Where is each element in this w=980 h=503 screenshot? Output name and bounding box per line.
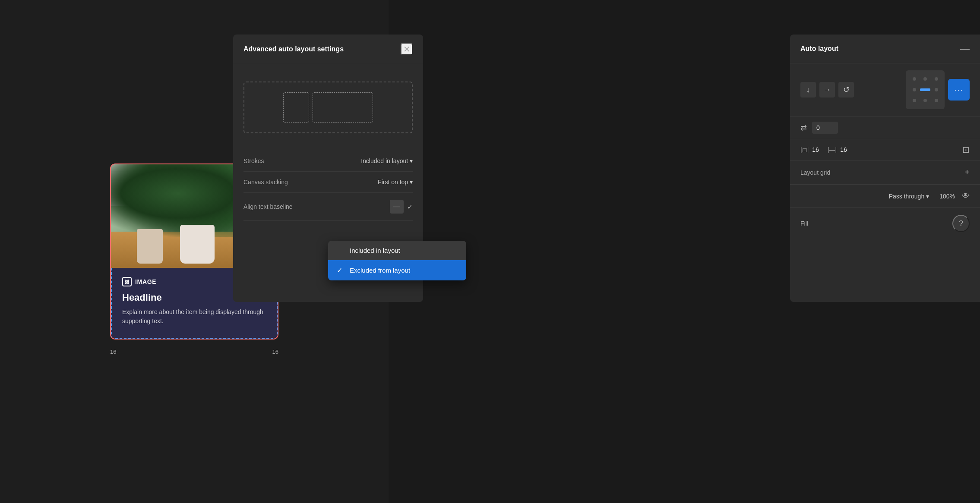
dimension-row: |◻| 16 |—| 16 ⊡ [790,139,980,160]
close-button[interactable]: ✕ [401,43,413,55]
layout-preview [243,82,413,133]
card-label: 🖼 IMAGE [122,277,156,286]
direction-down-btn[interactable]: ↓ [800,82,816,97]
blend-dropdown-label: Pass through [889,193,925,200]
spacing-icon: ⇄ [800,123,807,132]
panel-settings: Strokes Included in layout ▾ Canvas stac… [233,151,423,221]
strokes-dropdown-menu: Included in layout ✓ Excluded from layou… [328,241,466,280]
padding-left-icon: |◻| [800,146,809,153]
blend-row: Pass through ▾ 100% 👁 [790,185,980,208]
spacing-label-left: 16 [110,349,116,355]
padding-left-item: |◻| 16 [800,146,819,153]
excluded-check: ✓ [337,266,345,274]
eye-icon[interactable]: 👁 [962,192,970,201]
align-dot-tl [913,77,916,81]
padding-right-value: 16 [840,146,847,153]
auto-layout-panel: Auto layout — ↓ → ↺ · [790,35,980,302]
strokes-setting-row: Strokes Included in layout ▾ [243,151,413,172]
dropdown-item-included-label: Included in layout [350,247,400,254]
align-dot-ml [913,88,916,91]
direction-right-btn[interactable]: → [819,82,835,97]
padding-left-value: 16 [812,146,819,153]
canvas-stacking-dropdown[interactable]: First on top ▾ [378,179,413,185]
dropdown-item-excluded-label: Excluded from layout [350,267,410,274]
panel-header: Advanced auto layout settings ✕ [233,35,423,64]
auto-layout-minus-btn[interactable]: — [960,43,970,54]
check-icon: ✓ [407,203,413,211]
align-text-controls: — ✓ [390,200,413,214]
canvas-stacking-label: Canvas stacking [243,179,288,185]
auto-layout-header: Auto layout — [790,35,980,63]
plant-pot-left [137,229,163,264]
dropdown-item-excluded[interactable]: ✓ Excluded from layout [328,260,466,280]
direction-wrap-btn[interactable]: ↺ [838,82,854,97]
canvas-stacking-row: Canvas stacking First on top ▾ [243,172,413,193]
align-dot-bl [913,99,916,102]
align-dot-br [935,99,938,102]
layout-grid-section: Layout grid + [790,160,980,185]
plant-pot-right [180,225,215,264]
more-options-btn[interactable]: ··· [948,79,970,101]
preview-block-large [313,92,373,123]
align-dot-bc [923,99,927,102]
padding-right-item: |—| 16 [828,146,847,153]
align-text-row: Align text baseline — ✓ [243,193,413,221]
align-text-minus-btn[interactable]: — [390,200,404,214]
align-dot-mr [935,88,938,91]
align-dot-tr [935,77,938,81]
blend-dropdown[interactable]: Pass through ▾ [889,193,929,200]
opacity-value: 100% [939,193,955,200]
align-text-label: Align text baseline [243,203,293,210]
spacing-input[interactable] [812,122,838,134]
align-center-indicator [920,88,930,91]
align-dot-tc [923,77,927,81]
layout-grid-label: Layout grid [800,169,830,176]
card-label-text: IMAGE [135,278,156,285]
padding-right-icon: |—| [828,146,837,153]
strokes-dropdown[interactable]: Included in layout ▾ [361,157,413,164]
strokes-label: Strokes [243,157,264,164]
preview-block-small [283,92,309,123]
auto-layout-title: Auto layout [800,45,838,53]
fill-label: Fill [800,220,808,227]
dropdown-item-included[interactable]: Included in layout [328,241,466,260]
fill-row: Fill ? [790,208,980,239]
layout-grid-add-btn[interactable]: + [964,167,970,177]
spacing-label-right: 16 [272,349,278,355]
card-body-text: Explain more about the item being displa… [122,308,266,326]
blend-dropdown-chevron: ▾ [926,193,929,200]
panel-title: Advanced auto layout settings [243,45,344,53]
help-btn[interactable]: ? [952,215,970,232]
alignment-grid[interactable] [906,70,945,109]
stretch-icon: ⊡ [962,145,970,155]
image-icon: 🖼 [122,277,132,286]
